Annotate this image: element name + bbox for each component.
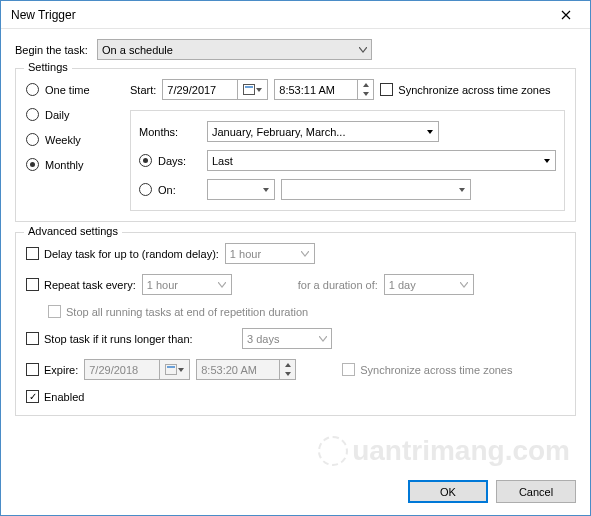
enabled-label: Enabled bbox=[44, 391, 84, 403]
sync-label: Synchronize across time zones bbox=[398, 84, 550, 96]
delay-label: Delay task for up to (random delay): bbox=[44, 248, 219, 260]
repeat-every-select: 1 hour bbox=[142, 274, 232, 295]
radio-one-time[interactable]: One time bbox=[26, 83, 116, 96]
sync-timezone-expire: Synchronize across time zones bbox=[342, 363, 512, 376]
checkbox-icon bbox=[342, 363, 355, 376]
duration-label: for a duration of: bbox=[298, 279, 378, 291]
chevron-down-icon bbox=[257, 180, 274, 199]
days-row: Days: Last bbox=[139, 150, 556, 171]
close-icon bbox=[561, 10, 571, 20]
monthly-options: Months: January, February, March... Days… bbox=[130, 110, 565, 211]
advanced-group: Advanced settings Delay task for up to (… bbox=[15, 232, 576, 416]
on-select-1 bbox=[207, 179, 275, 200]
expire-date-value: 7/29/2018 bbox=[89, 364, 138, 376]
radio-weekly[interactable]: Weekly bbox=[26, 133, 116, 146]
ok-label: OK bbox=[440, 486, 456, 498]
stop-repetition-label: Stop all running tasks at end of repetit… bbox=[66, 306, 308, 318]
days-value: Last bbox=[212, 155, 233, 167]
radio-label: Monthly bbox=[45, 159, 84, 171]
stop-repetition-row: Stop all running tasks at end of repetit… bbox=[48, 305, 565, 318]
radio-label: One time bbox=[45, 84, 90, 96]
expire-time-value: 8:53:20 AM bbox=[201, 364, 257, 376]
sync-timezone-start[interactable]: Synchronize across time zones bbox=[380, 83, 550, 96]
stop-repetition-checkbox: Stop all running tasks at end of repetit… bbox=[48, 305, 308, 318]
repeat-label: Repeat task every: bbox=[44, 279, 136, 291]
radio-label: Daily bbox=[45, 109, 69, 121]
begin-label: Begin the task: bbox=[15, 44, 97, 56]
chevron-down-icon bbox=[538, 151, 555, 170]
enabled-row: Enabled bbox=[26, 390, 565, 403]
chevron-down-icon bbox=[456, 275, 473, 294]
chevron-down-icon bbox=[214, 275, 231, 294]
ok-button[interactable]: OK bbox=[408, 480, 488, 503]
expire-checkbox[interactable]: Expire: bbox=[26, 363, 78, 376]
checkbox-icon bbox=[48, 305, 61, 318]
spinner-icon bbox=[279, 360, 295, 379]
advanced-legend: Advanced settings bbox=[24, 225, 122, 237]
radio-icon bbox=[26, 133, 39, 146]
radio-icon bbox=[26, 83, 39, 96]
chevron-down-icon bbox=[453, 180, 470, 199]
start-date-value: 7/29/2017 bbox=[167, 84, 216, 96]
delay-value: 1 hour bbox=[230, 248, 261, 260]
stop-longer-value: 3 days bbox=[247, 333, 279, 345]
stop-longer-checkbox[interactable]: Stop task if it runs longer than: bbox=[26, 332, 236, 345]
schedule-details: Start: 7/29/2017 8:53:11 AM bbox=[130, 79, 565, 211]
radio-days[interactable]: Days: bbox=[139, 154, 201, 167]
begin-task-select[interactable]: On a schedule bbox=[97, 39, 372, 60]
calendar-icon bbox=[237, 80, 267, 99]
radio-icon bbox=[26, 108, 39, 121]
stop-longer-select: 3 days bbox=[242, 328, 332, 349]
cancel-button[interactable]: Cancel bbox=[496, 480, 576, 503]
dialog-buttons: OK Cancel bbox=[1, 472, 590, 515]
sync-expire-label: Synchronize across time zones bbox=[360, 364, 512, 376]
cancel-label: Cancel bbox=[519, 486, 553, 498]
radio-label: Weekly bbox=[45, 134, 81, 146]
start-label: Start: bbox=[130, 84, 156, 96]
dialog-window: New Trigger Begin the task: On a schedul… bbox=[0, 0, 591, 516]
enabled-checkbox[interactable]: Enabled bbox=[26, 390, 84, 403]
window-title: New Trigger bbox=[11, 8, 546, 22]
months-label: Months: bbox=[139, 126, 201, 138]
on-select-2 bbox=[281, 179, 471, 200]
close-button[interactable] bbox=[546, 2, 586, 28]
spinner-icon bbox=[357, 80, 373, 99]
frequency-radios: One time Daily Weekly Monthly bbox=[26, 79, 116, 211]
begin-row: Begin the task: On a schedule bbox=[15, 39, 576, 60]
chevron-down-icon bbox=[421, 122, 438, 141]
radio-on[interactable]: On: bbox=[139, 183, 201, 196]
checkbox-icon bbox=[26, 363, 39, 376]
radio-icon bbox=[139, 154, 152, 167]
repeat-checkbox[interactable]: Repeat task every: bbox=[26, 278, 136, 291]
months-select[interactable]: January, February, March... bbox=[207, 121, 439, 142]
delay-checkbox[interactable]: Delay task for up to (random delay): bbox=[26, 247, 219, 260]
days-select[interactable]: Last bbox=[207, 150, 556, 171]
expire-date-input: 7/29/2018 bbox=[84, 359, 190, 380]
start-row: Start: 7/29/2017 8:53:11 AM bbox=[130, 79, 565, 100]
radio-daily[interactable]: Daily bbox=[26, 108, 116, 121]
settings-group: Settings One time Daily Weekly bbox=[15, 68, 576, 222]
expire-time-input: 8:53:20 AM bbox=[196, 359, 296, 380]
start-time-value: 8:53:11 AM bbox=[279, 84, 335, 96]
checkbox-icon bbox=[26, 390, 39, 403]
chevron-down-icon bbox=[354, 40, 371, 59]
radio-monthly[interactable]: Monthly bbox=[26, 158, 116, 171]
on-label: On: bbox=[158, 184, 176, 196]
settings-legend: Settings bbox=[24, 61, 72, 73]
delay-row: Delay task for up to (random delay): 1 h… bbox=[26, 243, 565, 264]
delay-select: 1 hour bbox=[225, 243, 315, 264]
chevron-down-icon bbox=[297, 244, 314, 263]
expire-row: Expire: 7/29/2018 8:53:20 AM Synchr bbox=[26, 359, 565, 380]
expire-label: Expire: bbox=[44, 364, 78, 376]
titlebar: New Trigger bbox=[1, 1, 590, 29]
months-value: January, February, March... bbox=[212, 126, 345, 138]
stop-longer-row: Stop task if it runs longer than: 3 days bbox=[26, 328, 565, 349]
radio-icon bbox=[139, 183, 152, 196]
days-label: Days: bbox=[158, 155, 186, 167]
months-row: Months: January, February, March... bbox=[139, 121, 556, 142]
start-time-input[interactable]: 8:53:11 AM bbox=[274, 79, 374, 100]
checkbox-icon bbox=[380, 83, 393, 96]
start-date-input[interactable]: 7/29/2017 bbox=[162, 79, 268, 100]
on-row: On: bbox=[139, 179, 556, 200]
checkbox-icon bbox=[26, 247, 39, 260]
